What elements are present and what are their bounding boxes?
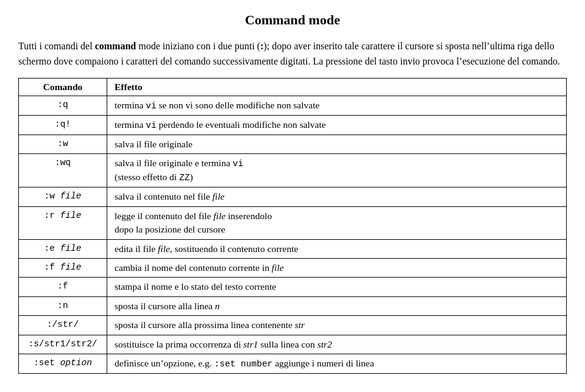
- effect-cell: sposta il cursore alla linea n: [107, 296, 567, 315]
- effect-cell: termina vi se non vi sono delle modifich…: [107, 96, 567, 115]
- effect-cell: salva il file originale e termina vi(ste…: [107, 154, 567, 187]
- cmd-cell: :w file: [19, 187, 107, 206]
- effect-cell: sostituisce la prima occorrenza di str1 …: [107, 335, 567, 354]
- effect-cell: termina vi perdendo le eventuali modific…: [107, 115, 567, 135]
- table-row: :f file cambia il nome del contenuto cor…: [19, 259, 567, 278]
- cmd-cell: :set option: [19, 354, 107, 374]
- cmd-cell: :wq: [19, 154, 107, 187]
- intro-bold-colon: :: [260, 41, 263, 51]
- table-row: :n sposta il cursore alla linea n: [19, 296, 567, 315]
- intro-bold-command: command: [95, 41, 136, 51]
- effect-cell: stampa il nome e lo stato del testo corr…: [107, 278, 567, 296]
- cmd-cell: :r file: [19, 206, 107, 239]
- table-row: :s/str1/str2/ sostituisce la prima occor…: [19, 335, 567, 354]
- table-row: :q termina vi se non vi sono delle modif…: [19, 96, 567, 115]
- effect-cell: edita il file file, sostituendo il conte…: [107, 239, 567, 258]
- cmd-cell: :w: [19, 135, 107, 153]
- effect-cell: sposta il cursore alla prossima linea co…: [107, 316, 567, 335]
- intro-paragraph: Tutti i comandi del command mode inizian…: [18, 39, 567, 69]
- col-header-comando: Comando: [19, 78, 107, 96]
- effect-cell: cambia il nome del contenuto corrente in…: [107, 259, 567, 278]
- effect-cell: legge il contenuto del file file inseren…: [107, 206, 567, 239]
- table-row: :w file salva il contenuto nel file file: [19, 187, 567, 206]
- table-row: :set option definisce un’opzione, e.g. :…: [19, 354, 567, 374]
- cmd-cell: :e file: [19, 239, 107, 258]
- col-header-effetto: Effetto: [107, 78, 567, 96]
- cmd-cell: :n: [19, 296, 107, 315]
- table-row: :q! termina vi perdendo le eventuali mod…: [19, 115, 567, 135]
- table-header-row: Comando Effetto: [19, 78, 567, 96]
- table-row: :/str/ sposta il cursore alla prossima l…: [19, 316, 567, 335]
- cmd-cell: :q: [19, 96, 107, 115]
- effect-cell: salva il file originale: [107, 135, 567, 153]
- table-row: :f stampa il nome e lo stato del testo c…: [19, 278, 567, 296]
- page-title: Command mode: [18, 12, 567, 28]
- cmd-cell: :s/str1/str2/: [19, 335, 107, 354]
- effect-cell: salva il contenuto nel file file: [107, 187, 567, 206]
- table-row: :w salva il file originale: [19, 135, 567, 153]
- command-table: Comando Effetto :q termina vi se non vi …: [18, 78, 567, 374]
- cmd-cell: :q!: [19, 115, 107, 135]
- cmd-cell: :f: [19, 278, 107, 296]
- cmd-cell: :f file: [19, 259, 107, 278]
- cmd-cell: :/str/: [19, 316, 107, 335]
- table-row: :e file edita il file file, sostituendo …: [19, 239, 567, 258]
- table-row: :r file legge il contenuto del file file…: [19, 206, 567, 239]
- effect-cell: definisce un’opzione, e.g. :set number a…: [107, 354, 567, 374]
- table-row: :wq salva il file originale e termina vi…: [19, 154, 567, 187]
